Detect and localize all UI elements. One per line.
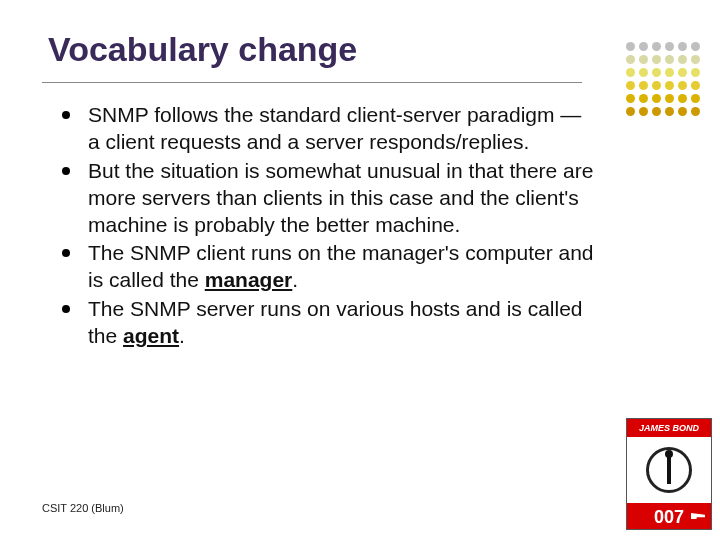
list-item: SNMP follows the standard client-server … xyxy=(58,102,598,156)
bullet-text: . xyxy=(292,268,298,291)
poster-title: JAMES BOND xyxy=(627,419,711,437)
poster-logo-text: 007 xyxy=(654,507,684,527)
bullet-text: SNMP follows the standard client-server … xyxy=(88,103,581,153)
title-underline xyxy=(42,82,582,83)
gun-icon xyxy=(691,513,705,519)
bullet-text: But the situation is somewhat unusual in… xyxy=(88,159,593,236)
james-bond-poster: JAMES BOND 007 xyxy=(626,418,712,530)
keyword: manager xyxy=(205,268,293,291)
decorative-dot-grid xyxy=(626,42,702,118)
keyword: agent xyxy=(123,324,179,347)
gun-barrel-icon xyxy=(646,447,692,493)
list-item: The SNMP client runs on the manager's co… xyxy=(58,240,598,294)
poster-logo: 007 xyxy=(627,503,711,530)
bullet-list: SNMP follows the standard client-server … xyxy=(58,102,598,352)
bullet-text: The SNMP client runs on the manager's co… xyxy=(88,241,594,291)
slide-title: Vocabulary change xyxy=(48,30,357,69)
silhouette-icon xyxy=(667,456,671,484)
bullet-text: . xyxy=(179,324,185,347)
poster-art xyxy=(627,437,711,503)
footer-text: CSIT 220 (Blum) xyxy=(42,502,124,514)
list-item: The SNMP server runs on various hosts an… xyxy=(58,296,598,350)
list-item: But the situation is somewhat unusual in… xyxy=(58,158,598,239)
